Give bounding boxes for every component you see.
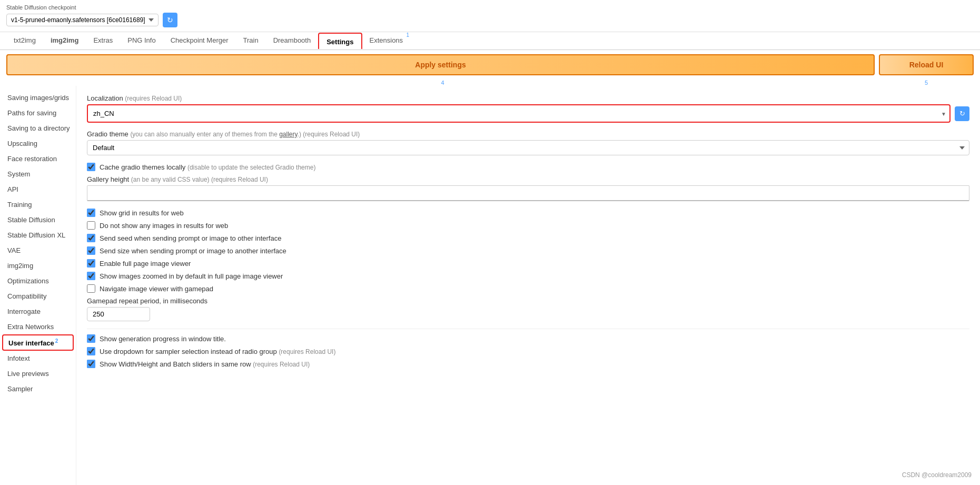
dropdown-sampler-label: Use dropdown for sampler selection inste… [100, 348, 335, 355]
dropdown-sampler-checkbox[interactable] [87, 347, 95, 355]
show-progress-title-checkbox[interactable] [87, 334, 95, 343]
localization-label: Localization (requires Reload UI) [87, 94, 969, 102]
show-zoomed-label: Show images zoomed in by default in full… [100, 272, 283, 280]
sidebar: Saving images/grids Paths for saving Sav… [0, 86, 76, 485]
sidebar-item-sampler[interactable]: Sampler [0, 381, 76, 397]
gamepad-nav-row: Navigate image viewer with gamepad [87, 284, 969, 293]
localization-select[interactable]: zh_CN None en [87, 104, 951, 123]
no-images-checkbox[interactable] [87, 221, 95, 230]
top-bar: Stable Diffusion checkpoint v1-5-pruned-… [0, 0, 980, 32]
gallery-height-section: Gallery height (an be any valid CSS valu… [87, 175, 969, 201]
checkpoint-label: Stable Diffusion checkpoint [6, 4, 974, 11]
action-nums: 4 5 [0, 80, 980, 86]
sidebar-item-system[interactable]: System [0, 166, 76, 182]
cache-gradio-themes-row: Cache gradio themes locally (disable to … [87, 163, 969, 171]
gradio-theme-label: Gradio theme (you can also manually ente… [87, 130, 969, 138]
show-progress-title-row: Show generation progress in window title… [87, 334, 969, 343]
sidebar-item-live-previews[interactable]: Live previews [0, 366, 76, 381]
cache-gradio-themes-label: Cache gradio themes locally (disable to … [100, 163, 315, 171]
sidebar-item-paths-for-saving[interactable]: Paths for saving [0, 105, 76, 121]
sidebar-item-saving-to-directory[interactable]: Saving to a directory [0, 121, 76, 136]
tab-extras[interactable]: Extras [86, 32, 120, 50]
tab-checkpoint-merger[interactable]: Checkpoint Merger [163, 32, 236, 50]
send-size-label: Send size when sending prompt or image t… [100, 247, 286, 255]
gamepad-repeat-section: Gamepad repeat period, in milliseconds [87, 297, 969, 321]
checkpoint-row: v1-5-pruned-emaonly.safetensors [6ce0161… [6, 13, 974, 27]
gamepad-repeat-label: Gamepad repeat period, in milliseconds [87, 297, 969, 305]
tab-train[interactable]: Train [236, 32, 266, 50]
localization-refresh-button[interactable]: ↻ [955, 106, 969, 121]
show-grid-checkbox[interactable] [87, 209, 95, 217]
localization-select-wrapper: zh_CN None en ▼ [87, 104, 951, 123]
gamepad-nav-checkbox[interactable] [87, 284, 95, 293]
gallery-height-input[interactable] [87, 185, 969, 201]
main-layout: Saving images/grids Paths for saving Sav… [0, 86, 980, 485]
show-zoomed-row: Show images zoomed in by default in full… [87, 272, 969, 280]
sidebar-item-stable-diffusion-xl[interactable]: Stable Diffusion XL [0, 227, 76, 243]
send-seed-label: Send seed when sending prompt or image t… [100, 234, 281, 242]
localization-row: zh_CN None en ▼ ↻ [87, 104, 969, 123]
send-seed-row: Send seed when sending prompt or image t… [87, 234, 969, 242]
tab-settings[interactable]: Settings [318, 33, 362, 49]
gallery-height-label: Gallery height (an be any valid CSS valu… [87, 175, 969, 183]
tab-img2img[interactable]: img2img [43, 32, 86, 50]
sidebar-item-extra-networks[interactable]: Extra Networks [0, 319, 76, 334]
tab-txt2img[interactable]: txt2img [6, 32, 43, 50]
sidebar-item-stable-diffusion[interactable]: Stable Diffusion [0, 212, 76, 227]
user-interface-num: 2 [55, 338, 58, 344]
width-height-sliders-label: Show Width/Height and Batch sliders in s… [100, 360, 310, 368]
sidebar-item-img2img[interactable]: img2img [0, 258, 76, 273]
full-page-viewer-row: Enable full page image viewer [87, 259, 969, 268]
divider [87, 329, 969, 329]
send-seed-checkbox[interactable] [87, 234, 95, 242]
gradio-theme-section: Gradio theme (you can also manually ente… [87, 130, 969, 155]
tab-pnginfo[interactable]: PNG Info [120, 32, 163, 50]
send-size-row: Send size when sending prompt or image t… [87, 246, 969, 255]
gamepad-repeat-input[interactable] [87, 307, 150, 321]
full-page-viewer-checkbox[interactable] [87, 259, 95, 268]
gradio-theme-select-wrapper: Default dark soft glass [87, 140, 969, 155]
show-grid-label: Show grid in results for web [100, 209, 184, 217]
sidebar-item-api[interactable]: API [0, 182, 76, 197]
width-height-sliders-checkbox[interactable] [87, 360, 95, 368]
reload-num: 5 [879, 80, 974, 86]
show-zoomed-checkbox[interactable] [87, 272, 95, 280]
sidebar-item-interrogate[interactable]: Interrogate [0, 304, 76, 319]
gamepad-nav-label: Navigate image viewer with gamepad [100, 285, 213, 293]
sidebar-item-vae[interactable]: VAE [0, 243, 76, 258]
sidebar-item-training[interactable]: Training [0, 197, 76, 212]
sidebar-item-infotext[interactable]: Infotext [0, 351, 76, 366]
dropdown-sampler-row: Use dropdown for sampler selection inste… [87, 347, 969, 355]
show-progress-title-label: Show generation progress in window title… [100, 335, 226, 343]
sidebar-item-compatibility[interactable]: Compatibility [0, 289, 76, 304]
watermark: CSDN @cooldream2009 [902, 471, 972, 479]
sidebar-item-face-restoration[interactable]: Face restoration [0, 151, 76, 166]
reload-ui-button[interactable]: Reload UI [879, 54, 974, 75]
action-row: Apply settings Reload UI [0, 50, 980, 80]
apply-settings-button[interactable]: Apply settings [6, 54, 875, 75]
sidebar-item-user-interface[interactable]: User interface2 [2, 334, 74, 351]
sidebar-item-upscaling[interactable]: Upscaling [0, 136, 76, 151]
tab-extensions[interactable]: Extensions 1 [362, 32, 411, 50]
tab-dreambooth[interactable]: Dreambooth [266, 32, 319, 50]
full-page-viewer-label: Enable full page image viewer [100, 260, 191, 268]
checkpoint-refresh-button[interactable]: ↻ [163, 13, 177, 27]
show-grid-row: Show grid in results for web [87, 209, 969, 217]
sidebar-item-saving-images[interactable]: Saving images/grids [0, 90, 76, 105]
localization-section: Localization (requires Reload UI) zh_CN … [87, 94, 969, 123]
no-images-row: Do not show any images in results for we… [87, 221, 969, 230]
apply-num: 4 [6, 80, 879, 86]
send-size-checkbox[interactable] [87, 246, 95, 255]
sidebar-item-optimizations[interactable]: Optimizations [0, 273, 76, 289]
cache-gradio-themes-checkbox[interactable] [87, 163, 95, 171]
checkpoint-select[interactable]: v1-5-pruned-emaonly.safetensors [6ce0161… [6, 14, 159, 26]
width-height-sliders-row: Show Width/Height and Batch sliders in s… [87, 360, 969, 368]
main-tabs: txt2img img2img Extras PNG Info Checkpoi… [0, 32, 980, 50]
no-images-label: Do not show any images in results for we… [100, 222, 228, 230]
settings-content: Localization (requires Reload UI) zh_CN … [76, 86, 980, 485]
gradio-theme-select[interactable]: Default dark soft glass [87, 140, 969, 155]
